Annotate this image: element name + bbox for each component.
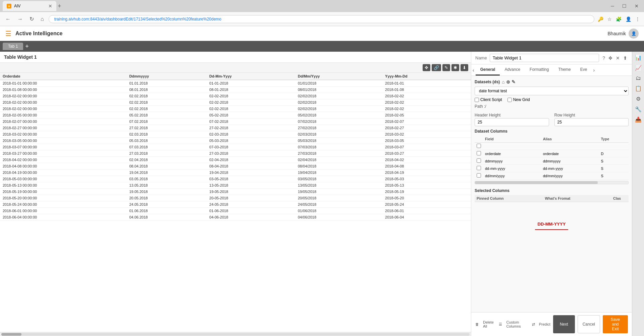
table-cell: 02/02/2018 [295,99,382,106]
table-cell: 02/02/2018 [295,93,382,99]
table-cell: 2018-03-02 [382,131,471,138]
predict-label[interactable]: Predict [539,322,550,326]
table-cell: 2018-05-19 00:00:00 [0,189,126,195]
client-script-checkbox[interactable] [475,98,479,102]
app-tab-1[interactable]: Tab 1 [3,43,23,50]
column-checkbox[interactable] [477,166,481,170]
table-cell: 08.04.2018 [126,163,207,170]
menu-icon[interactable]: ⋮ [635,16,641,22]
app-header: ☰ Active Intelligence Bhaumik 👤 [0,26,644,41]
side-icon-4[interactable]: 📋 [634,84,643,93]
panel-expand-icon[interactable]: ⬆ [623,55,628,61]
cancel-button[interactable]: Cancel [578,315,600,333]
panel-tab-advance[interactable]: Advance [500,64,525,76]
table-cell: 02.03.2018 [126,131,207,138]
side-icon-6[interactable]: 🔧 [634,105,643,114]
panel-tab-prev[interactable]: ‹ [471,64,476,76]
link-tool-button[interactable]: 🔗 [432,64,441,71]
key-icon[interactable]: 🔑 [597,16,604,22]
columns-scrollbar-thumb[interactable] [475,181,598,184]
column-type: S [599,165,629,172]
side-icon-2[interactable]: 📈 [634,63,643,73]
settings-tool-button[interactable]: ✱ [451,64,459,71]
table-row: 2018-02-07 00:00:0007.02.201807-02-20180… [0,118,471,125]
table-cell: 2018-05-24 [382,201,471,208]
close-button[interactable]: ✕ [632,3,641,9]
side-icon-3[interactable]: 🗂 [634,74,642,83]
selected-columns-area: Selected Columns Pinned Column What's Fr… [475,188,629,247]
delete-all-icon[interactable]: 🗑 [475,322,479,326]
panel-tab-theme[interactable]: Theme [553,64,575,76]
new-grid-checkbox-item[interactable]: New Grid [507,97,530,102]
hamburger-menu-icon[interactable]: ☰ [5,30,11,38]
column-checkbox[interactable] [477,173,481,178]
table-cell: 2018-03-27 00:00:00 [0,150,126,157]
panel-tab-general[interactable]: General [476,64,500,76]
right-panel: Name ? ✥ ✕ ⬆ ‹ General Advance Formattin… [471,52,632,336]
home-icon[interactable]: ⌂ [502,79,504,85]
tab-close-icon[interactable]: ✕ [48,3,52,9]
edit-tool-button[interactable]: ✎ [442,64,450,71]
panel-body: Datasets (ds) ⌂ ⊕ ✎ date format test Cli… [471,76,632,312]
edit-dataset-icon[interactable]: ✎ [512,79,516,85]
add-tab-button[interactable]: + [25,43,29,50]
add-dataset-icon[interactable]: ⊕ [506,79,510,85]
header-height-input[interactable] [475,118,549,126]
minimize-button[interactable]: ─ [608,3,617,9]
predict-icon[interactable]: ⇄ [532,322,535,327]
panel-tab-next[interactable]: › [592,64,596,76]
table-cell: 02-03-2018 [207,131,295,138]
download-tool-button[interactable]: ⬇ [461,64,468,71]
side-icons-bar: 📊 📈 🗂 📋 ⚙ 🔧 📥 [632,52,644,336]
profile-icon[interactable]: 👤 [625,16,632,22]
table-row: 2018-01-01 00:00:0001.01.201801-01-20180… [0,80,471,87]
column-checkbox[interactable] [477,151,481,155]
side-icon-7[interactable]: 📥 [634,115,643,124]
next-button[interactable]: Next [553,315,575,333]
column-checkbox[interactable] [477,158,481,163]
bookmark-icon[interactable]: ☆ [607,16,612,22]
table-scrollbar-bottom[interactable] [0,332,471,336]
row-height-input[interactable] [554,118,629,126]
user-name: Bhaumik [608,31,626,36]
table-cell: 02.04.2018 [126,157,207,163]
select-all-checkbox[interactable] [477,144,481,148]
panel-tab-formatting[interactable]: Formatting [525,64,553,76]
forward-button[interactable]: → [15,15,25,23]
reload-button[interactable]: ↻ [28,15,36,23]
table-cell: 01.06.2018 [126,208,207,214]
client-script-checkbox-item[interactable]: Client Script [475,97,502,102]
path-row: Path :/ [475,104,629,109]
table-cell: 2018-05-19 [382,189,471,195]
extension-icon[interactable]: 🧩 [615,16,622,22]
panel-name-input[interactable] [490,54,599,62]
new-grid-checkbox[interactable] [507,98,512,102]
save-exit-button[interactable]: Save and Exit [603,315,628,333]
table-row: 2018-03-27 00:00:0027.03.201827-03-20182… [0,150,471,157]
panel-tab-eve[interactable]: Eve [576,64,592,76]
delete-all-label[interactable]: Delete All [483,320,495,328]
browser-tab[interactable]: A AIV ✕ [3,1,56,11]
columns-scrollbar-h[interactable] [475,181,629,184]
footer-right: Next Cancel Save and Exit [553,315,628,333]
tab-theme-label: Theme [558,67,571,72]
move-tool-button[interactable]: ✥ [423,64,430,71]
home-button[interactable]: ⌂ [39,15,46,23]
panel-close-icon[interactable]: ✕ [615,55,621,61]
dataset-select[interactable]: date format test [475,87,629,95]
side-icon-1[interactable]: 📊 [634,53,643,62]
table-row: 2018-02-02 00:00:0002.02.201802-02-20180… [0,93,471,99]
custom-columns-label[interactable]: Custom Columns [506,320,528,328]
tab-label: AIV [14,4,20,8]
address-bar[interactable] [49,15,594,23]
panel-move-icon[interactable]: ✥ [608,55,613,61]
back-button[interactable]: ← [3,15,13,23]
maximize-button[interactable]: ☐ [620,3,629,9]
scrollbar-thumb[interactable] [1,333,21,336]
custom-columns-icon[interactable]: ☰ [499,322,502,327]
table-cell: 2018-02-02 [382,93,471,99]
new-tab-button[interactable]: + [58,3,61,10]
panel-help-icon[interactable]: ? [602,55,606,61]
table-cell: 2018-04-02 [382,157,471,163]
side-icon-5[interactable]: ⚙ [635,94,642,103]
